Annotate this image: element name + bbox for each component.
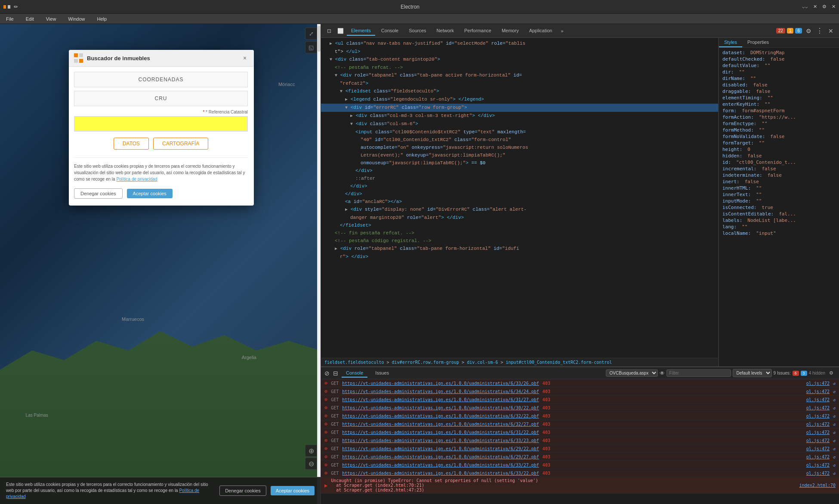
- refresh-icon[interactable]: ↺: [833, 422, 836, 427]
- devtools-tab-sources[interactable]: Sources: [404, 26, 430, 36]
- devtools-badges: 22 1 6: [776, 28, 802, 34]
- breadcrumb-div-errorrc[interactable]: div#errorRC.row.form-group: [392, 360, 460, 365]
- eye-icon[interactable]: 👁: [660, 370, 665, 376]
- styles-tab-styles[interactable]: Styles: [719, 38, 742, 47]
- datos-button[interactable]: DATOS: [114, 138, 149, 150]
- dom-tree-content[interactable]: ▶ <ul class="nav nav-tabs nav-justified"…: [321, 38, 718, 358]
- menu-help[interactable]: Help: [94, 15, 109, 22]
- dom-line: <!-- pestaña código registral. -->: [321, 237, 718, 245]
- title-bar-pin[interactable]: ✕: [813, 4, 817, 9]
- devtools-tab-console[interactable]: Console: [377, 26, 403, 36]
- style-prop-localname: localName: "input": [722, 230, 836, 237]
- cookie-deny-button[interactable]: Denegar cookies: [219, 486, 266, 496]
- refresh-icon[interactable]: ↺: [833, 430, 836, 435]
- refresh-icon[interactable]: ↺: [833, 471, 836, 476]
- console-tab-console[interactable]: Console: [342, 369, 367, 378]
- refresh-icon[interactable]: ↺: [833, 438, 836, 443]
- refresh-icon[interactable]: ↺: [833, 414, 836, 418]
- referencia-catastral-input[interactable]: [74, 116, 248, 132]
- breadcrumb-input[interactable]: input#ctl00_Contenido_txtRC2.form-contro…: [506, 360, 612, 365]
- file-selector[interactable]: OVCBusqueda.aspx: [606, 369, 658, 377]
- modal-accept-cookies-button[interactable]: Aceptar cookies: [127, 189, 173, 198]
- modal-deny-cookies-button[interactable]: Denegar cookies: [74, 188, 123, 199]
- request-url[interactable]: https://vt-unidades-administrativas.ign.…: [342, 389, 539, 394]
- refresh-icon[interactable]: ↺: [833, 463, 836, 467]
- log-level-selector[interactable]: Default levels: [733, 369, 772, 377]
- file-reference[interactable]: ol.js:472: [806, 430, 830, 435]
- file-reference[interactable]: ol.js:472: [806, 414, 830, 418]
- title-bar-close[interactable]: ✕: [832, 4, 836, 9]
- cru-section[interactable]: CRU: [74, 91, 248, 106]
- file-reference[interactable]: ol.js:472: [806, 381, 830, 386]
- request-url[interactable]: https://vt-unidades-administrativas.ign.…: [342, 397, 539, 402]
- request-url[interactable]: https://vt-unidades-administrativas.ign.…: [342, 438, 539, 443]
- refresh-icon[interactable]: ↺: [833, 446, 836, 451]
- console-settings-button[interactable]: ⚙: [827, 369, 836, 378]
- devtools-settings-button[interactable]: ⚙: [804, 26, 813, 36]
- coordenadas-section[interactable]: COORDENADAS: [74, 72, 248, 87]
- devtools-panel: ⊡ ⬜ Elements Console Sources Network Per…: [321, 24, 839, 504]
- styles-content[interactable]: dataset: DOMStringMap defaultChecked: fa…: [719, 48, 839, 366]
- modal-policy-link[interactable]: Política de privacidad: [116, 177, 157, 181]
- request-url[interactable]: https://vt-unidades-administrativas.ign.…: [342, 446, 539, 451]
- refresh-icon[interactable]: ↺: [833, 381, 836, 386]
- file-reference[interactable]: index2.html:70: [799, 483, 836, 488]
- cartografia-button[interactable]: CARTOGRAFÍA: [153, 138, 208, 150]
- request-url[interactable]: https://vt-unidades-administrativas.ign.…: [342, 406, 539, 410]
- devtools-more-button[interactable]: ⋮: [815, 26, 824, 36]
- file-reference[interactable]: ol.js:472: [806, 397, 830, 402]
- devtools-tab-application[interactable]: Application: [525, 26, 557, 36]
- refresh-icon[interactable]: ↺: [833, 389, 836, 394]
- error-dot-icon: ⊗: [324, 454, 327, 460]
- menu-view[interactable]: View: [43, 15, 59, 22]
- file-reference[interactable]: ol.js:472: [806, 438, 830, 443]
- file-reference[interactable]: ol.js:472: [806, 463, 830, 467]
- title-bar-arrows[interactable]: ⌵⌵: [802, 4, 808, 9]
- title-bar-settings[interactable]: ⚙: [822, 4, 827, 9]
- request-url[interactable]: https://vt-unidades-administrativas.ign.…: [342, 463, 539, 467]
- console-clear-button[interactable]: ⊘: [324, 370, 330, 377]
- dom-line: </div>: [321, 167, 718, 175]
- devtools-tab-performance[interactable]: Performance: [460, 26, 496, 36]
- breadcrumb-div-colsm6[interactable]: div.col-sm-6: [467, 360, 498, 365]
- issues-info-badge: 3: [801, 371, 807, 376]
- request-url[interactable]: https://vt-unidades-administrativas.ign.…: [342, 422, 539, 427]
- request-url[interactable]: https://vt-unidades-administrativas.ign.…: [342, 471, 539, 476]
- file-reference[interactable]: ol.js:472: [806, 471, 830, 476]
- cookie-accept-button[interactable]: Aceptar cookies: [271, 486, 315, 495]
- modal-close-button[interactable]: ×: [241, 54, 249, 62]
- status-code: 403: [543, 389, 550, 394]
- breadcrumb-fieldset[interactable]: fieldset.fieldsetoculto: [324, 360, 384, 365]
- devtools-tab-memory[interactable]: Memory: [497, 26, 523, 36]
- refresh-icon[interactable]: ↺: [833, 406, 836, 410]
- console-filter-button[interactable]: ⊟: [333, 370, 338, 377]
- devtools-more-tabs[interactable]: »: [558, 28, 566, 34]
- get-method-label: GET: [331, 430, 339, 435]
- menu-file[interactable]: File: [3, 15, 16, 22]
- request-url[interactable]: https://vt-unidades-administrativas.ign.…: [342, 381, 539, 386]
- file-reference[interactable]: ol.js:472: [806, 455, 830, 459]
- file-reference[interactable]: ol.js:472: [806, 389, 830, 394]
- request-url[interactable]: https://vt-unidades-administrativas.ign.…: [342, 455, 539, 459]
- refresh-icon[interactable]: ↺: [833, 397, 836, 402]
- console-filter-input[interactable]: [666, 369, 731, 377]
- console-tab-issues[interactable]: Issues: [371, 369, 393, 378]
- devtools-close-button[interactable]: ✕: [826, 26, 836, 36]
- style-prop-enterkeyhint: enterKeyHint: "": [722, 101, 836, 108]
- issues-label: 9 Issues:: [774, 371, 791, 375]
- file-reference[interactable]: ol.js:472: [806, 422, 830, 427]
- request-url[interactable]: https://vt-unidades-administrativas.ign.…: [342, 414, 539, 418]
- file-reference[interactable]: ol.js:472: [806, 406, 830, 410]
- file-reference[interactable]: ol.js:472: [806, 446, 830, 451]
- title-bar-controls: ⌵⌵ ✕ ⚙ ✕: [802, 4, 836, 9]
- devtools-tab-network[interactable]: Network: [432, 26, 458, 36]
- console-content[interactable]: ⊗ GET https://vt-unidades-administrativa…: [321, 379, 839, 504]
- devtools-inspect-button[interactable]: ⊡: [324, 26, 334, 36]
- devtools-device-button[interactable]: ⬜: [336, 26, 345, 36]
- request-url[interactable]: https://vt-unidades-administrativas.ign.…: [342, 430, 539, 435]
- menu-edit[interactable]: Edit: [23, 15, 37, 22]
- devtools-tab-elements[interactable]: Elements: [347, 26, 375, 36]
- menu-window[interactable]: Window: [65, 15, 87, 22]
- styles-tab-properties[interactable]: Properties: [742, 38, 774, 47]
- refresh-icon[interactable]: ↺: [833, 455, 836, 459]
